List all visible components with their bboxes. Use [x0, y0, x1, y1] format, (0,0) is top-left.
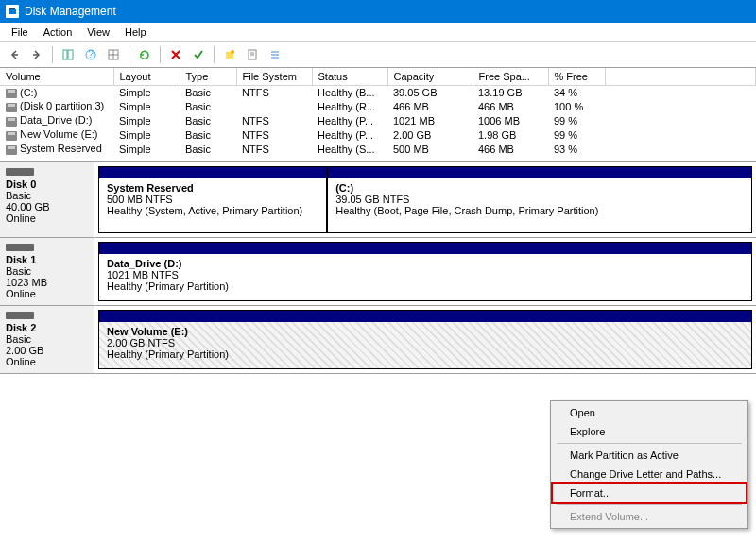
col-header[interactable]: Free Spa... — [472, 68, 548, 85]
disk-info[interactable]: Disk 2Basic2.00 GBOnline — [0, 306, 94, 373]
check-icon[interactable] — [188, 44, 209, 65]
help-icon[interactable]: ? — [80, 44, 101, 65]
back-icon[interactable] — [4, 44, 25, 65]
disk-icon — [6, 168, 34, 176]
partition-stripe — [99, 311, 751, 322]
partition-stripe — [328, 167, 751, 178]
partition[interactable]: System Reserved500 MB NTFSHealthy (Syste… — [98, 166, 327, 233]
partition[interactable]: New Volume (E:)2.00 GB NTFSHealthy (Prim… — [98, 310, 752, 369]
disk-icon — [6, 244, 34, 251]
volume-row[interactable]: System ReservedSimpleBasicNTFSHealthy (S… — [0, 142, 756, 156]
volume-row[interactable]: Data_Drive (D:)SimpleBasicNTFSHealthy (P… — [0, 113, 756, 127]
delete-icon[interactable] — [165, 44, 186, 65]
grid-icon[interactable] — [103, 44, 124, 65]
partition-stripe — [99, 243, 751, 254]
svg-rect-0 — [9, 9, 16, 14]
col-header[interactable]: Layout — [113, 68, 180, 85]
ctx-change-letter[interactable]: Change Drive Letter and Paths... — [553, 465, 746, 484]
layout-icon[interactable] — [58, 44, 78, 65]
highlight-format: Format... — [551, 482, 747, 504]
app-icon — [6, 5, 19, 18]
menu-file[interactable]: File — [4, 25, 36, 40]
volume-row[interactable]: (Disk 0 partition 3)SimpleBasicHealthy (… — [0, 99, 756, 113]
svg-rect-1 — [9, 8, 15, 9]
context-menu: Open Explore Mark Partition as Active Ch… — [550, 400, 748, 529]
window-title: Disk Management — [25, 5, 116, 18]
col-header[interactable]: % Free — [548, 68, 605, 85]
forward-icon[interactable] — [26, 44, 47, 65]
ctx-explore[interactable]: Explore — [553, 422, 746, 441]
partition-stripe — [99, 167, 326, 178]
col-header[interactable]: Capacity — [387, 68, 472, 85]
col-header[interactable]: Status — [312, 68, 387, 85]
partition[interactable]: (C:)39.05 GB NTFSHealthy (Boot, Page Fil… — [327, 166, 752, 233]
menu-view[interactable]: View — [79, 25, 117, 40]
disk-icon — [6, 312, 34, 319]
volume-row[interactable]: New Volume (E:)SimpleBasicNTFSHealthy (P… — [0, 127, 756, 142]
svg-rect-3 — [68, 50, 73, 59]
disk-info[interactable]: Disk 1Basic1023 MBOnline — [0, 238, 94, 305]
ctx-mark-active[interactable]: Mark Partition as Active — [553, 446, 746, 465]
volume-table: VolumeLayoutTypeFile SystemStatusCapacit… — [0, 68, 756, 162]
col-header[interactable]: File System — [236, 68, 312, 85]
svg-text:?: ? — [88, 49, 94, 59]
menu-action[interactable]: Action — [36, 25, 80, 40]
col-header[interactable]: Type — [180, 68, 236, 85]
disk-row: Disk 2Basic2.00 GBOnlineNew Volume (E:)2… — [0, 306, 756, 374]
properties-icon[interactable] — [242, 44, 263, 65]
new-icon[interactable] — [219, 44, 240, 65]
svg-rect-2 — [63, 50, 67, 59]
partition[interactable]: Data_Drive (D:)1021 MB NTFSHealthy (Prim… — [98, 242, 752, 301]
col-header[interactable]: Volume — [0, 68, 113, 85]
toolbar: ? — [0, 42, 756, 68]
menu-help[interactable]: Help — [117, 25, 154, 40]
ctx-extend[interactable]: Extend Volume... — [553, 507, 746, 526]
menu-bar: File Action View Help — [0, 23, 756, 42]
list-icon[interactable] — [265, 44, 285, 65]
ctx-open[interactable]: Open — [553, 403, 746, 422]
svg-point-10 — [231, 50, 234, 54]
disk-row: Disk 1Basic1023 MBOnlineData_Drive (D:)1… — [0, 238, 756, 306]
ctx-format[interactable]: Format... — [553, 484, 746, 502]
disk-row: Disk 0Basic40.00 GBOnlineSystem Reserved… — [0, 162, 756, 238]
volume-row[interactable]: (C:)SimpleBasicNTFSHealthy (B...39.05 GB… — [0, 85, 756, 99]
disk-layout-area: Disk 0Basic40.00 GBOnlineSystem Reserved… — [0, 162, 756, 374]
refresh-icon[interactable] — [134, 44, 155, 65]
disk-info[interactable]: Disk 0Basic40.00 GBOnline — [0, 162, 94, 237]
title-bar: Disk Management — [0, 0, 756, 23]
